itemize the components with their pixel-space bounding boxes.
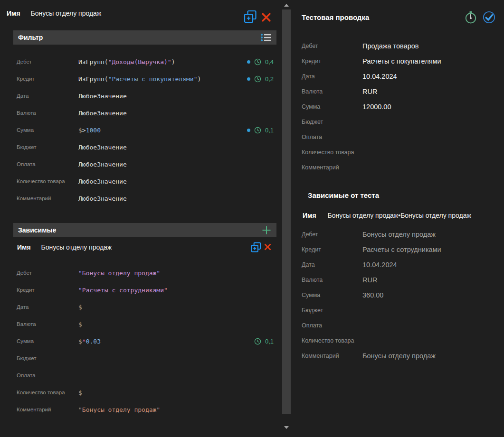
field-value: Бонусы отделу продаж [362,352,504,360]
value-segment: ИзГрупп( [78,58,108,65]
field-value[interactable]: ИзГрупп("Расчеты с покупателями") [78,75,247,83]
field-value[interactable]: 10.04.2024 [362,73,504,80]
row-badges: 0,1 [247,127,274,134]
rule-name-row: Имя Бонусы отделу продаж [7,7,101,19]
value-segment: > [82,127,86,134]
field-row: Дата10.04.2024 [295,69,504,84]
dependents-section-title: Зависимые [18,226,56,234]
filter-menu-icon[interactable] [260,33,272,42]
test-dependent-rows: ДебетБонусы отделу продажКредитРасчеты с… [295,227,504,363]
field-label: Кредит [302,58,362,65]
field-row: Бюджет [295,303,504,318]
field-label: Комментарий [302,164,362,171]
field-label: Валюта [302,277,362,283]
field-label: Дата [17,93,78,99]
field-value[interactable]: $>1000 [78,127,247,134]
field-row: Комментарий"Бонусы отделу продаж" [0,401,278,418]
scroll-up-icon[interactable] [284,4,289,7]
field-value[interactable]: Расчеты с покупателями [362,57,504,65]
run-test-stopwatch-icon[interactable] [464,10,478,24]
field-value[interactable]: ЛюбоеЗначение [78,144,274,151]
value-segment: ИзГрупп( [78,75,108,83]
execution-time: 0,1 [265,338,274,345]
dependent-name-row: Имя Бонусы отделу продаж [17,241,112,253]
name-label: Имя [7,9,20,17]
value-segment: "Расчеты с покупателями" [108,75,198,83]
field-label: Количество товара [302,149,362,156]
field-label: Дебет [302,231,362,238]
field-row: Количество товара [295,333,504,348]
filter-rows: ДебетИзГрупп("Доходы(Выручка)")0,4Кредит… [0,53,278,207]
dependents-section-bar: Зависимые [13,223,276,237]
field-value[interactable]: $ [78,321,274,328]
dependent-name-value[interactable]: Бонусы отделу продаж [41,243,112,251]
field-value[interactable]: "Расчеты с сотрудниками" [78,287,274,294]
field-label: Количество товара [17,178,78,184]
scroll-down-icon[interactable] [284,426,289,429]
duplicate-rule-icon[interactable] [244,10,257,23]
field-row: КредитРасчеты с сотрудниками [295,242,504,257]
field-label: Бюджет [302,307,362,314]
value-segment: 1000 [86,127,101,134]
field-row: БюджетЛюбоеЗначение [0,139,278,156]
clock-icon [254,75,261,83]
test-dependents-title: Зависимые от теста [308,191,379,199]
value-segment: $ [78,321,82,328]
field-row: ВалютаRUR [295,272,504,288]
row-badges: 0,2 [247,75,274,83]
value-segment: ЛюбоеЗначение [78,178,127,185]
test-dependent-name-row: Имя Бонусы отделу продаж•Бонусы отделу п… [303,210,471,221]
field-row: Дебет"Бонусы отделу продаж" [0,264,278,281]
filter-section-bar: Фильтр [13,30,276,45]
add-dependent-icon[interactable] [261,225,272,235]
field-label: Валюта [302,88,362,95]
field-value[interactable]: "Бонусы отделу продаж" [78,406,274,413]
value-segment: $ [78,389,82,396]
field-value[interactable]: ЛюбоеЗначение [78,178,274,185]
execution-time: 0,4 [265,58,274,65]
field-row: ОплатаЛюбоеЗначение [0,156,278,173]
field-value[interactable]: Продажа товаров [362,42,504,50]
field-value[interactable]: "Бонусы отделу продаж" [78,270,274,277]
name-label: Имя [303,212,316,219]
scrollbar-thumb[interactable] [282,9,291,414]
field-label: Бюджет [17,355,78,361]
field-value[interactable]: ЛюбоеЗначение [78,195,274,202]
field-row: Дата10.04.2024 [295,257,504,272]
value-segment: ЛюбоеЗначение [78,161,127,168]
field-row: Сумма$>10000,1 [0,121,278,139]
field-value[interactable]: $*0.03 [78,338,254,345]
field-row: КредитРасчеты с покупателями [295,54,504,69]
duplicate-dependent-icon[interactable] [251,242,261,252]
field-row: Оплата [0,367,278,384]
blue-dot-icon [247,77,250,81]
field-value[interactable]: $ [78,389,274,396]
field-label: Сумма [17,338,78,344]
field-label: Бюджет [17,144,78,150]
field-value[interactable]: ЛюбоеЗначение [78,161,274,168]
field-row: КомментарийЛюбоеЗначение [0,190,278,207]
field-label: Дата [17,304,78,310]
field-row: Валюта$ [0,316,278,333]
accept-check-icon[interactable] [483,11,495,24]
name-label: Имя [17,243,31,251]
delete-rule-icon[interactable] [261,12,271,22]
delete-dependent-icon[interactable] [264,243,271,251]
field-row: Сумма360.00 [295,288,504,303]
test-transaction-title: Тестовая проводка [302,13,369,21]
field-label: Дата [302,261,362,268]
field-value[interactable]: ИзГрупп("Доходы(Выручка)") [78,58,247,65]
field-row: ВалютаRUR [295,84,504,99]
field-value[interactable]: ЛюбоеЗначение [78,110,274,117]
field-label: Комментарий [17,407,78,412]
execution-time: 0,2 [265,75,274,83]
field-row: Дата$ [0,298,278,316]
field-value[interactable]: ЛюбоеЗначение [78,93,274,100]
field-value[interactable]: 12000.00 [362,103,504,111]
rule-name-value[interactable]: Бонусы отделу продаж [31,9,102,17]
field-row: Комментарий [295,160,504,175]
value-segment: ) [197,75,201,83]
field-value[interactable]: RUR [362,88,504,95]
field-value[interactable]: $ [78,304,274,311]
value-segment: "Доходы(Выручка)" [108,58,171,65]
